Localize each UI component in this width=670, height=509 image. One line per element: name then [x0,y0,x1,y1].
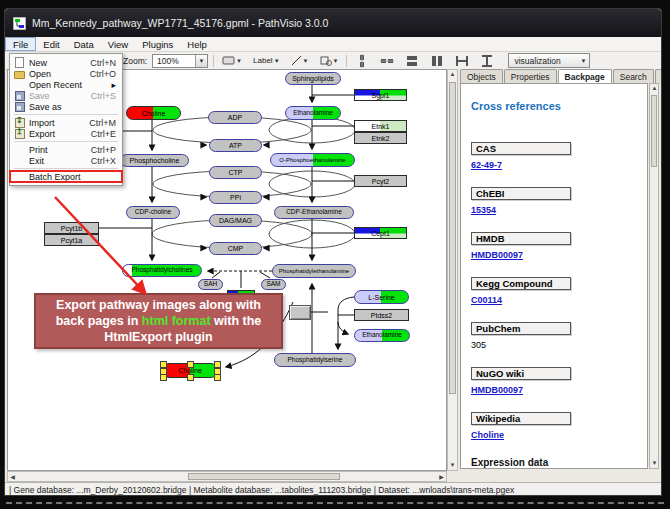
xref-link[interactable]: 15354 [471,205,647,215]
align-horizontal-center-button[interactable] [352,52,372,70]
menu-view[interactable]: View [101,37,135,51]
scroll-up-icon[interactable]: ▲ [448,70,457,79]
node-cmp[interactable]: CMP [209,242,262,255]
file-menu-item-batch-export[interactable]: Batch Export [10,171,122,182]
node-l-serine[interactable]: L-Serine [354,290,409,304]
selection-handle[interactable] [214,374,221,381]
visualization-combobox[interactable]: visualization ▼ [508,53,590,68]
chevron-down-icon[interactable]: ▼ [577,58,589,64]
node-ethanolamine-bottom[interactable]: Ethanolamine [354,329,410,342]
node-ptdss2[interactable]: Ptdss2 [354,309,409,321]
node-label: PPi [230,194,241,201]
node-sah[interactable]: SAH [198,279,223,290]
menu-edit[interactable]: Edit [36,37,66,51]
chevron-down-icon[interactable]: ▼ [303,58,309,64]
selection-handle[interactable] [187,361,194,368]
node-cdp-choline[interactable]: CDP-choline [126,206,180,219]
node-cdp-ethanolamine[interactable]: CDP-Ethanolamine [274,206,354,219]
node-phosphocholine[interactable]: Phosphocholine [120,154,189,167]
xref-link[interactable]: HMDB00097 [471,250,647,260]
canvas-horizontal-scrollbar[interactable]: ◀ ▶ [7,471,447,482]
stack-vertical-button[interactable] [402,52,422,70]
node-etnk1[interactable]: Etnk1 [354,120,407,132]
scrollbar-thumb[interactable] [651,95,657,167]
node-cept1[interactable]: Cept1 [354,227,407,239]
scrollbar-thumb[interactable] [449,82,456,394]
chevron-down-icon[interactable]: ▼ [195,55,207,67]
menu-help[interactable]: Help [180,37,214,51]
node-label: SAM [266,281,280,288]
node-sgpl1[interactable]: Sgpl1 [354,89,407,101]
node-label: Phosphatidylcholines [131,267,192,274]
common-height-button[interactable] [477,52,497,70]
tab-objects[interactable]: Objects [460,69,503,84]
node-o-phosphoethanolamine[interactable]: O-Phosphoethanolamine [270,153,355,167]
node-pcyt1a[interactable]: Pcyt1a [44,234,99,246]
node-label: CTP [229,169,243,176]
node-hidden-gene-box[interactable] [289,305,311,320]
node-choline-selected[interactable]: Choline [162,363,218,378]
scrollbar-thumb[interactable] [188,473,340,480]
shape-tool-button[interactable]: ▼ [317,53,342,68]
node-label: Pcyt1b [61,225,82,232]
file-menu-item-print[interactable]: PrintCtrl+P [10,144,122,155]
scroll-right-icon[interactable]: ▶ [437,473,446,482]
menu-file[interactable]: File [5,37,36,51]
xref-link[interactable]: HMDB00097 [471,385,647,395]
tab-legend[interactable]: Legend [655,69,662,84]
file-menu-item-exit[interactable]: ExitCtrl+X [10,155,122,166]
xref-section-hmdb: HMDBHMDB00097 [471,232,647,260]
xref-header: CAS [471,142,571,155]
node-pcyt1b[interactable]: Pcyt1b [44,222,99,234]
stack-horizontal-button[interactable] [427,52,447,70]
scroll-down-icon[interactable]: ▼ [650,459,659,468]
label-tool-button[interactable]: Label ▼ [250,54,283,67]
zoom-combobox[interactable]: 100% ▼ [152,54,208,68]
chevron-down-icon[interactable]: ▼ [236,58,242,64]
file-menu-item-new[interactable]: NewCtrl+N [10,57,122,68]
canvas-vertical-scrollbar[interactable]: ▲ ▼ [447,69,458,471]
scroll-left-icon[interactable]: ◀ [8,473,17,482]
file-menu-item-open-recent[interactable]: Open Recent▸ [10,79,122,90]
gene-datanode-tool-button[interactable]: ▼ [219,54,245,67]
node-choline-top[interactable]: Choline [126,106,181,120]
node-ctp[interactable]: CTP [209,166,262,179]
node-ethanolamine-top[interactable]: Ethanolamine [285,106,341,120]
node-ppi[interactable]: PPi [209,191,262,204]
node-etnk2[interactable]: Etnk2 [354,132,407,144]
node-adp[interactable]: ADP [208,111,262,124]
scroll-down-icon[interactable]: ▼ [448,461,457,470]
node-atp[interactable]: ATP [209,139,262,152]
node-phosphatidylserine[interactable]: Phosphatidylserine [274,353,356,367]
xref-link[interactable]: Choline [471,430,647,440]
chevron-down-icon[interactable]: ▼ [333,58,339,64]
sidebar-scrollbar[interactable]: ▲ ▼ [649,83,659,469]
tab-properties[interactable]: Properties [504,69,557,84]
node-phosphatidylethanolamine[interactable]: Phosphatidylethanolamine [272,264,356,278]
scroll-up-icon[interactable]: ▲ [650,84,659,93]
xref-header: Wikipedia [471,412,571,425]
chevron-down-icon[interactable]: ▼ [274,58,280,64]
node-dag-mag[interactable]: DAG/MAG [209,214,262,227]
file-menu-item-export[interactable]: ExportCtrl+E [10,128,122,139]
node-label: DAG/MAG [219,217,252,224]
file-menu-item-import[interactable]: ImportCtrl+M [10,117,122,128]
tab-backpage[interactable]: Backpage [558,69,612,84]
menu-data[interactable]: Data [67,37,101,51]
tab-search[interactable]: Search [613,69,654,84]
align-vertical-center-button[interactable] [377,52,397,70]
file-menu-item-save-as[interactable]: Save as [10,101,122,112]
file-menu-item-open[interactable]: OpenCtrl+O [10,68,122,79]
node-label: Etnk2 [372,135,390,142]
xref-link[interactable]: 62-49-7 [471,160,647,170]
node-phosphatidylcholines[interactable]: Phosphatidylcholines [122,264,202,277]
node-sam[interactable]: SAM [261,279,286,290]
common-width-button[interactable] [452,52,472,70]
node-sphingolipids[interactable]: Sphingolipids [285,72,341,85]
selection-handle[interactable] [160,374,167,381]
xref-link[interactable]: C00114 [471,295,647,305]
selection-handle[interactable] [187,374,194,381]
menu-plugins[interactable]: Plugins [135,37,180,51]
node-pcyt2[interactable]: Pcyt2 [354,175,407,187]
line-tool-button[interactable]: ▼ [288,53,312,68]
